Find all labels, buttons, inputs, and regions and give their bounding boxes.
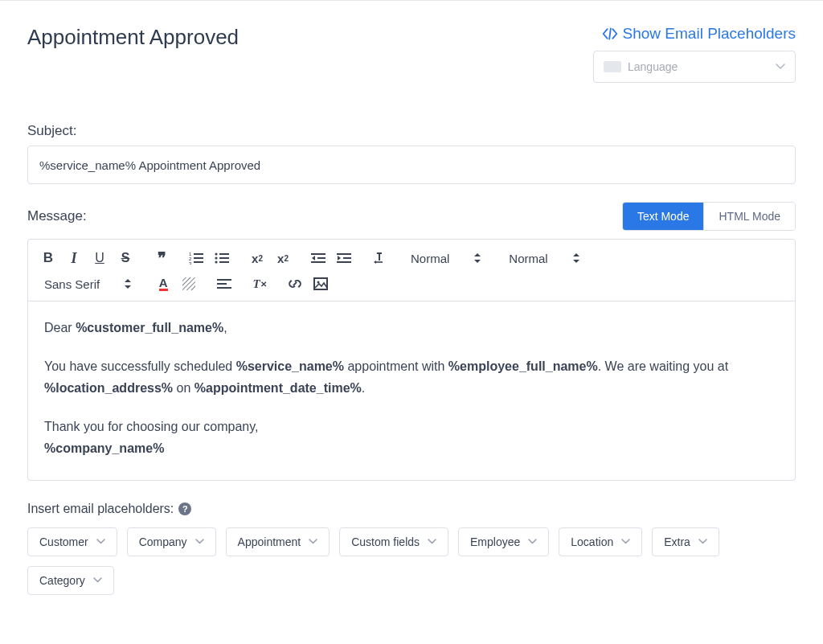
- chevron-down-icon: [195, 539, 204, 544]
- body-placeholder: %service_name%: [236, 359, 344, 373]
- page-title: Appointment Approved: [27, 25, 239, 50]
- clear-format-button[interactable]: T✕: [251, 273, 268, 294]
- outdent-icon: [311, 252, 326, 264]
- body-placeholder: %location_address%: [44, 381, 173, 395]
- body-placeholder: %appointment_date_time%: [194, 381, 362, 395]
- body-text: Dear: [44, 321, 76, 334]
- placeholder-extra-button[interactable]: Extra: [652, 527, 719, 556]
- svg-point-7: [215, 252, 217, 255]
- svg-point-9: [215, 260, 217, 263]
- message-label: Message:: [27, 208, 87, 224]
- flag-icon: [604, 61, 621, 72]
- body-placeholder: %customer_full_name%: [76, 321, 223, 334]
- sort-icon: [572, 252, 580, 264]
- text-direction-button[interactable]: [371, 248, 388, 269]
- chevron-down-icon: [776, 64, 785, 70]
- placeholder-button-label: Location: [571, 535, 613, 548]
- editor-body[interactable]: Dear %customer_full_name%, You have succ…: [28, 301, 795, 480]
- font-select-value: Sans Serif: [44, 277, 100, 291]
- align-icon: [217, 278, 231, 289]
- image-icon: [313, 277, 328, 290]
- size-select[interactable]: Normal: [504, 252, 584, 265]
- html-mode-button[interactable]: HTML Mode: [703, 203, 795, 230]
- chevron-down-icon: [698, 539, 707, 544]
- italic-button[interactable]: I: [65, 248, 83, 269]
- unordered-list-button[interactable]: [213, 248, 231, 269]
- body-text: . We are waiting you at: [598, 359, 728, 373]
- heading-select[interactable]: Normal: [406, 252, 486, 265]
- language-placeholder: Language: [628, 60, 678, 73]
- body-placeholder: %company_name%: [44, 441, 164, 455]
- placeholder-customer-button[interactable]: Customer: [27, 527, 117, 556]
- bold-button[interactable]: B: [39, 248, 57, 269]
- svg-rect-21: [182, 277, 195, 290]
- editor: B I U S ❞ 123 x2 x2: [27, 239, 796, 481]
- body-text: Thank you for choosing our company,: [44, 416, 779, 437]
- heading-select-value: Normal: [411, 252, 449, 265]
- placeholder-button-label: Company: [139, 535, 187, 548]
- chevron-down-icon: [621, 539, 630, 544]
- placeholder-buttons: CustomerCompanyAppointmentCustom fieldsE…: [27, 527, 796, 595]
- placeholder-button-label: Customer: [39, 535, 88, 548]
- svg-point-8: [215, 256, 217, 259]
- ordered-list-button[interactable]: 123: [187, 248, 205, 269]
- subject-label: Subject:: [27, 123, 796, 139]
- highlight-icon: [182, 277, 196, 291]
- show-email-placeholders-label: Show Email Placeholders: [623, 25, 796, 43]
- superscript-button[interactable]: x2: [274, 248, 292, 269]
- body-placeholder: %employee_full_name%: [448, 359, 598, 373]
- strikethrough-button[interactable]: S: [117, 248, 134, 269]
- placeholder-button-label: Category: [39, 574, 85, 587]
- placeholder-button-label: Extra: [664, 535, 690, 548]
- help-icon[interactable]: ?: [178, 502, 191, 515]
- placeholder-custom-fields-button[interactable]: Custom fields: [339, 527, 448, 556]
- code-icon: [602, 27, 618, 40]
- placeholder-employee-button[interactable]: Employee: [458, 527, 549, 556]
- indent-icon: [337, 252, 351, 264]
- link-button[interactable]: [286, 273, 304, 294]
- chevron-down-icon: [428, 539, 436, 544]
- placeholder-location-button[interactable]: Location: [559, 527, 642, 556]
- placeholder-button-label: Appointment: [238, 535, 301, 548]
- show-email-placeholders-link[interactable]: Show Email Placeholders: [602, 25, 796, 43]
- placeholder-category-button[interactable]: Category: [27, 566, 114, 595]
- text-color-button[interactable]: A: [154, 273, 172, 294]
- align-button[interactable]: [215, 273, 233, 294]
- body-text: You have successfully scheduled: [44, 359, 236, 373]
- header-row: Appointment Approved Show Email Placehol…: [27, 25, 796, 83]
- unordered-list-icon: [215, 252, 229, 265]
- size-select-value: Normal: [509, 252, 547, 265]
- placeholder-company-button[interactable]: Company: [127, 527, 216, 556]
- font-select[interactable]: Sans Serif: [39, 277, 137, 291]
- outdent-button[interactable]: [309, 248, 327, 269]
- pilcrow-icon: [372, 252, 387, 265]
- sort-icon: [473, 252, 481, 264]
- insert-placeholders-label: Insert email placeholders:: [27, 502, 174, 516]
- background-color-button[interactable]: [180, 273, 198, 294]
- ordered-list-icon: 123: [189, 252, 203, 265]
- placeholder-appointment-button[interactable]: Appointment: [226, 527, 330, 556]
- editor-toolbar: B I U S ❞ 123 x2 x2: [28, 240, 795, 301]
- placeholder-button-label: Custom fields: [351, 535, 420, 548]
- placeholder-button-label: Employee: [470, 535, 520, 548]
- chevron-down-icon: [309, 539, 317, 544]
- sort-icon: [124, 278, 132, 289]
- link-icon: [288, 277, 302, 291]
- subject-input[interactable]: [27, 146, 796, 184]
- svg-text:3: 3: [189, 261, 192, 265]
- body-text: appointment with: [344, 359, 448, 373]
- text-mode-button[interactable]: Text Mode: [623, 203, 704, 230]
- underline-button[interactable]: U: [91, 248, 109, 269]
- svg-line-0: [609, 28, 611, 39]
- image-button[interactable]: [312, 273, 330, 294]
- subscript-button[interactable]: x2: [248, 248, 266, 269]
- body-text: on: [173, 381, 194, 395]
- body-text: ,: [223, 321, 227, 334]
- blockquote-button[interactable]: ❞: [152, 248, 170, 269]
- language-select[interactable]: Language: [593, 51, 796, 83]
- indent-button[interactable]: [335, 248, 353, 269]
- chevron-down-icon: [96, 539, 105, 544]
- mode-toggle: Text Mode HTML Mode: [622, 202, 796, 231]
- chevron-down-icon: [528, 539, 537, 544]
- body-text: .: [362, 381, 365, 395]
